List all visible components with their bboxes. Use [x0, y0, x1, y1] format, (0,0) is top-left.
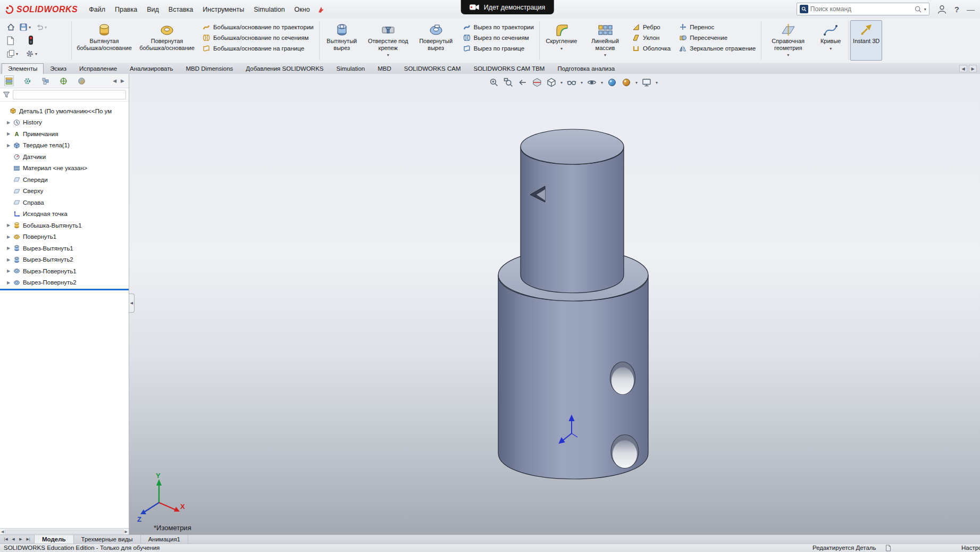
- viewport-display-icon[interactable]: [641, 77, 652, 88]
- tab-analysis-preparation[interactable]: Подготовка анализа: [551, 63, 621, 74]
- save-dropdown-icon[interactable]: ▾: [29, 25, 31, 30]
- tab-repair[interactable]: Исправление: [73, 63, 123, 74]
- tree-item-sensors[interactable]: Датчики: [0, 151, 129, 163]
- hole-wizard-dropdown-icon[interactable]: ▾: [387, 52, 389, 59]
- edit-appearance-icon[interactable]: [607, 77, 617, 88]
- fillet-dropdown-icon[interactable]: ▾: [560, 46, 563, 53]
- tree-item-origin[interactable]: Исходная точка: [0, 208, 129, 220]
- tab-animation1[interactable]: Анимация1: [141, 535, 188, 543]
- configuration-manager-tab[interactable]: [40, 76, 50, 86]
- first-tab-icon[interactable]: |◀: [3, 537, 9, 541]
- tab-mbd[interactable]: MBD: [371, 63, 398, 74]
- rib-button[interactable]: Ребро: [628, 22, 675, 31]
- display-style-icon[interactable]: [546, 77, 557, 88]
- fillet-button[interactable]: Скругление ▾: [541, 20, 582, 61]
- ribbon-scroll-left-icon[interactable]: ◀: [959, 65, 967, 72]
- tree-item-boss-extrude1[interactable]: ▶ Бобышка-Вытянуть1: [0, 220, 129, 231]
- panel-horizontal-scrollbar[interactable]: ◀ ▶: [0, 528, 129, 534]
- reference-geometry-dropdown-icon[interactable]: ▾: [787, 52, 789, 59]
- user-account-icon[interactable]: [937, 4, 947, 14]
- tree-item-revolve1[interactable]: ▶ Повернуть1: [0, 231, 129, 243]
- view-settings-icon[interactable]: [587, 77, 597, 88]
- tab-features[interactable]: Элементы: [2, 63, 44, 74]
- menu-simulation[interactable]: Simulation: [249, 4, 289, 15]
- intersect-button[interactable]: Пересечение: [675, 33, 760, 42]
- rebuild-traffic-light-icon[interactable]: [28, 35, 34, 45]
- help-icon[interactable]: ?: [954, 5, 959, 14]
- display-manager-tab[interactable]: [77, 76, 86, 86]
- search-icon[interactable]: [914, 5, 922, 13]
- scroll-right-icon[interactable]: ▶: [125, 530, 128, 534]
- next-tab-icon[interactable]: ▶: [18, 537, 24, 541]
- linear-pattern-button[interactable]: Линейный массив ▾: [582, 20, 628, 61]
- tree-item-top-plane[interactable]: Сверху: [0, 186, 129, 197]
- filter-funnel-icon[interactable]: [3, 91, 10, 98]
- expand-arrow-icon[interactable]: ▶: [7, 280, 13, 285]
- demo-banner[interactable]: Идет демонстрация: [461, 0, 554, 14]
- tab-solidworks-cam-tbm[interactable]: SOLIDWORKS CAM TBM: [467, 63, 551, 74]
- home-icon[interactable]: [6, 23, 15, 31]
- hole-wizard-button[interactable]: Отверстие под крепеж ▾: [363, 20, 413, 61]
- menu-window[interactable]: Окно: [290, 4, 315, 15]
- display-style-dropdown-icon[interactable]: ▾: [560, 80, 563, 85]
- copy-dropdown-icon[interactable]: ▾: [16, 52, 18, 56]
- tree-item-cut-extrude1[interactable]: ▶ Вырез-Вытянуть1: [0, 242, 129, 254]
- instant3d-button[interactable]: Instant 3D: [850, 20, 882, 61]
- lofted-boss-button[interactable]: Бобышка/основание по сечениям: [198, 33, 318, 42]
- tab-3d-views[interactable]: Трехмерные виды: [74, 535, 141, 543]
- section-view-icon[interactable]: [532, 77, 542, 88]
- swept-cut-button[interactable]: Вырез по траектории: [459, 22, 538, 31]
- tab-sketch[interactable]: Эскиз: [44, 63, 73, 74]
- extruded-cut-button[interactable]: Вытянутый вырез: [321, 20, 363, 61]
- tree-item-solid-bodies[interactable]: ▶ Твердые тела(1): [0, 140, 129, 152]
- scrollbar-track[interactable]: [5, 530, 123, 534]
- menu-file[interactable]: Файл: [84, 4, 110, 15]
- menu-insert[interactable]: Вставка: [164, 4, 198, 15]
- tab-addins[interactable]: Добавления SOLIDWORKS: [239, 63, 330, 74]
- mirror-button[interactable]: Зеркальное отражение: [675, 44, 760, 53]
- part-model[interactable]: [129, 74, 980, 534]
- menu-edit[interactable]: Правка: [110, 4, 142, 15]
- curves-button[interactable]: Кривые ▾: [814, 20, 848, 61]
- tree-item-cut-extrude2[interactable]: ▶ Вырез-Вытянуть2: [0, 254, 129, 266]
- revolved-cut-button[interactable]: Повернутый вырез: [413, 20, 459, 61]
- move-button[interactable]: Перенос: [675, 22, 760, 31]
- expand-arrow-icon[interactable]: ▶: [7, 257, 13, 262]
- tab-mbd-dimensions[interactable]: MBD Dimensions: [180, 63, 240, 74]
- dimxpert-manager-tab[interactable]: [58, 76, 68, 86]
- panel-tabs-scroll-left-icon[interactable]: ◀: [113, 78, 116, 83]
- tree-filter-input[interactable]: [13, 90, 126, 99]
- boundary-cut-button[interactable]: Вырез по границе: [459, 44, 538, 53]
- lower-side-hole[interactable]: [611, 435, 639, 469]
- expand-arrow-icon[interactable]: ▶: [7, 246, 13, 250]
- expand-arrow-icon[interactable]: ▶: [7, 223, 13, 228]
- zoom-area-icon[interactable]: [503, 77, 514, 88]
- expand-arrow-icon[interactable]: ▶: [7, 131, 13, 136]
- minimize-icon[interactable]: —: [967, 5, 975, 14]
- tab-solidworks-cam[interactable]: SOLIDWORKS CAM: [398, 63, 467, 74]
- shell-button[interactable]: Оболочка: [628, 44, 675, 53]
- user-settings-label[interactable]: Настройк: [961, 545, 980, 551]
- hide-show-dropdown-icon[interactable]: ▾: [581, 80, 583, 85]
- curves-dropdown-icon[interactable]: ▾: [830, 46, 832, 53]
- upper-cylinder-body[interactable]: [521, 147, 624, 293]
- settings-dropdown-icon[interactable]: ▾: [35, 52, 37, 56]
- tab-simulation[interactable]: Simulation: [330, 63, 371, 74]
- tree-item-front-plane[interactable]: Спереди: [0, 174, 129, 186]
- rollback-bar[interactable]: [0, 289, 129, 290]
- panel-tabs-scroll-right-icon[interactable]: ▶: [121, 78, 124, 83]
- prev-tab-icon[interactable]: ◀: [10, 537, 16, 541]
- menu-pin-icon[interactable]: [317, 6, 324, 13]
- command-search[interactable]: ▾: [797, 3, 929, 15]
- graphics-area[interactable]: ▾ ▾ ▾ ▾ ▾ *Изометрия Y X Z: [129, 74, 980, 534]
- lofted-cut-button[interactable]: Вырез по сечениям: [459, 33, 538, 42]
- property-manager-tab[interactable]: [22, 76, 32, 86]
- menu-tools[interactable]: Инструменты: [198, 4, 249, 15]
- view-settings-dropdown-icon[interactable]: ▾: [601, 80, 603, 85]
- extruded-boss-button[interactable]: Вытянутая бобышка/основание: [73, 20, 136, 61]
- settings-gear-icon[interactable]: [26, 49, 34, 58]
- save-icon[interactable]: [19, 23, 28, 31]
- tree-item-right-plane[interactable]: Справа: [0, 197, 129, 208]
- tree-item-cut-revolve1[interactable]: ▶ Вырез-Повернуть1: [0, 265, 129, 277]
- reference-geometry-button[interactable]: Справочная геометрия ▾: [763, 20, 814, 61]
